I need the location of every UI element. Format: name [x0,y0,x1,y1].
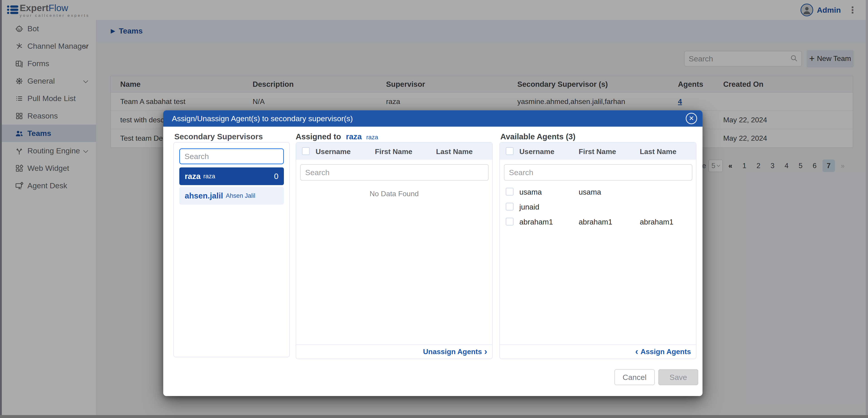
assign-agents-button[interactable]: ‹ Assign Agents [500,345,696,359]
available-agents-heading: Available Agents (3) [500,132,576,141]
available-search-input[interactable] [504,164,692,181]
assigned-supervisor-username: raza [346,132,362,141]
secondary-supervisors-heading: Secondary Supervisors [174,132,263,141]
agent-checkbox[interactable] [506,203,514,210]
assigned-agents-panel: Username First Name Last Name No Data Fo… [296,142,493,359]
supervisor-item-ahsen-jalil[interactable]: ahsen.jalil Ahsen Jalil [179,187,284,205]
agent-first-name: abraham1 [579,218,612,226]
select-all-checkbox[interactable] [302,147,310,155]
assigned-search-input[interactable] [300,164,489,181]
assign-agents-label: Assign Agents [641,348,691,356]
assigned-table-header: Username First Name Last Name [296,143,492,160]
chevron-right-icon: › [484,347,487,356]
col-username: Username [316,148,351,156]
supervisor-item-raza[interactable]: raza raza 0 [179,168,284,185]
select-all-checkbox[interactable] [506,147,514,155]
col-first-name: First Name [375,148,412,156]
col-last-name: Last Name [640,148,677,156]
assigned-to-prefix: Assigned to [296,132,341,141]
unassign-agents-label: Unassign Agents [423,348,482,356]
agent-username: junaid [519,203,539,211]
agent-row-abraham1[interactable]: abraham1 abraham1 abraham1 [500,214,696,230]
app-window: ExpertFlow your callcenter experts Admin… [0,0,868,418]
assigned-supervisor-name: raza [366,134,378,141]
col-last-name: Last Name [436,148,473,156]
secondary-supervisors-panel: raza raza 0 ahsen.jalil Ahsen Jalil [174,142,290,357]
unassign-agents-button[interactable]: Unassign Agents › [296,345,492,359]
supervisors-search-input[interactable] [179,148,284,164]
cancel-button[interactable]: Cancel [614,369,655,385]
agent-checkbox[interactable] [506,218,514,226]
supervisor-username: raza [185,172,200,181]
close-icon[interactable]: ✕ [686,113,697,124]
col-username: Username [519,148,554,156]
modal-title: Assign/Unassign Agent(s) to secondary su… [172,114,353,123]
chevron-left-icon: ‹ [635,347,638,356]
supervisor-username: ahsen.jalil [185,191,223,200]
supervisor-fullname: raza [203,173,215,180]
agent-first-name: usama [579,188,601,197]
agent-checkbox[interactable] [506,188,514,196]
supervisor-fullname: Ahsen Jalil [226,192,255,199]
modal-header: Assign/Unassign Agent(s) to secondary su… [163,110,703,127]
no-data-found-text: No Data Found [296,190,492,198]
available-table-header: Username First Name Last Name [500,143,696,160]
col-first-name: First Name [579,148,616,156]
available-agents-panel: Username First Name Last Name usama usam… [499,142,696,359]
save-button[interactable]: Save [658,369,698,385]
assigned-to-heading: Assigned to raza raza [296,132,378,141]
agent-last-name: abraham1 [640,218,674,226]
assign-unassign-modal: Assign/Unassign Agent(s) to secondary su… [163,110,703,396]
agent-row-usama[interactable]: usama usama [500,185,696,200]
agent-username: usama [519,188,542,197]
agent-row-junaid[interactable]: junaid [500,200,696,214]
assigned-count-badge: 0 [274,172,278,181]
agent-username: abraham1 [519,218,553,226]
